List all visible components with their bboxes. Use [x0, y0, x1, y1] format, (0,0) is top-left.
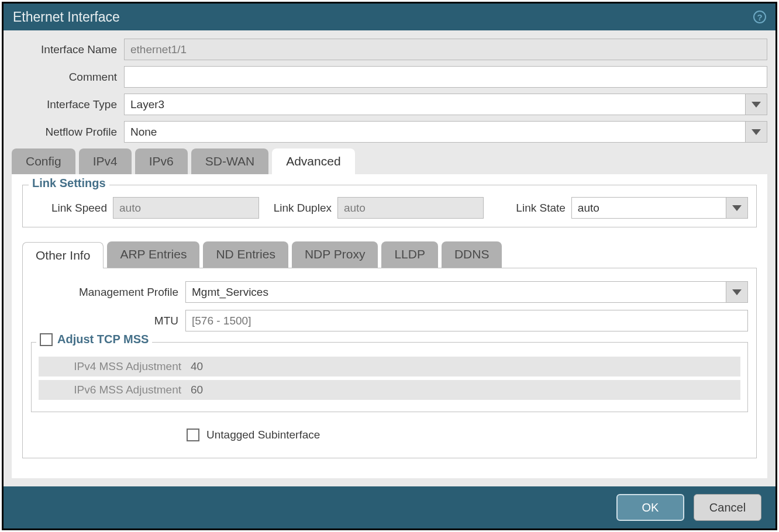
ethernet-interface-dialog: Ethernet Interface ? Interface Name Comm… — [2, 2, 777, 530]
subtab-ddns[interactable]: DDNS — [442, 241, 502, 268]
comment-input[interactable] — [124, 66, 767, 88]
svg-marker-0 — [752, 102, 761, 108]
chevron-down-icon[interactable] — [726, 197, 748, 219]
subtab-ndp-proxy[interactable]: NDP Proxy — [292, 241, 378, 268]
management-profile-select[interactable] — [185, 281, 748, 303]
interface-type-value[interactable] — [124, 94, 745, 115]
label-management-profile: Management Profile — [31, 286, 178, 299]
row-management-profile: Management Profile — [31, 281, 748, 303]
link-duplex-input — [337, 197, 484, 219]
label-adjust-tcp-mss: Adjust TCP MSS — [57, 333, 149, 346]
top-fields: Interface Name Comment Interface Type Ne… — [4, 30, 775, 148]
label-comment: Comment — [12, 71, 117, 84]
label-link-state: Link State — [516, 202, 566, 215]
label-interface-name: Interface Name — [12, 43, 117, 56]
dialog-body: Interface Name Comment Interface Type Ne… — [4, 30, 775, 486]
value-ipv6-mss: 60 — [188, 384, 737, 396]
chevron-down-icon[interactable] — [745, 94, 767, 115]
legend-link-settings: Link Settings — [29, 177, 109, 190]
row-ipv6-mss: IPv6 MSS Adjustment 60 — [39, 380, 740, 400]
tab-sdwan[interactable]: SD-WAN — [191, 148, 268, 174]
label-ipv4-mss: IPv4 MSS Adjustment — [42, 360, 181, 373]
tab-config[interactable]: Config — [12, 148, 75, 174]
row-untagged-subinterface: Untagged Subinterface — [187, 429, 748, 441]
dialog-footer: OK Cancel — [4, 486, 775, 528]
chevron-down-icon[interactable] — [745, 121, 767, 143]
label-link-speed: Link Speed — [31, 202, 107, 215]
label-mtu: MTU — [31, 315, 178, 327]
cancel-button[interactable]: Cancel — [694, 494, 761, 521]
link-state-select[interactable] — [571, 197, 748, 219]
label-netflow-profile: Netflow Profile — [12, 126, 117, 139]
fieldset-adjust-tcp-mss: Adjust TCP MSS IPv4 MSS Adjustment 40 IP… — [31, 342, 748, 412]
row-interface-name: Interface Name — [12, 39, 767, 60]
svg-marker-1 — [752, 129, 761, 135]
link-settings-row: Link Speed Link Duplex Link State — [31, 197, 748, 219]
link-state-group: Link State — [516, 197, 748, 219]
ok-button[interactable]: OK — [616, 494, 684, 521]
subtab-other-info[interactable]: Other Info — [22, 242, 104, 268]
row-interface-type: Interface Type — [12, 94, 767, 115]
label-ipv6-mss: IPv6 MSS Adjustment — [42, 384, 181, 396]
untagged-subinterface-checkbox[interactable] — [187, 429, 199, 441]
dialog-titlebar: Ethernet Interface ? — [4, 4, 775, 30]
link-speed-input — [113, 197, 259, 219]
svg-marker-2 — [732, 205, 742, 211]
subtab-arp-entries[interactable]: ARP Entries — [107, 241, 199, 268]
subtab-nd-entries[interactable]: ND Entries — [203, 241, 288, 268]
main-tabs: Config IPv4 IPv6 SD-WAN Advanced — [4, 148, 775, 174]
row-comment: Comment — [12, 66, 767, 88]
subtab-content-other-info: Management Profile MTU Adjust — [22, 268, 757, 458]
adjust-tcp-mss-checkbox[interactable] — [40, 333, 53, 346]
tab-advanced[interactable]: Advanced — [272, 148, 354, 174]
management-profile-value[interactable] — [185, 281, 726, 303]
value-ipv4-mss: 40 — [188, 360, 737, 373]
interface-name-input — [124, 39, 767, 60]
label-untagged-subinterface: Untagged Subinterface — [206, 429, 320, 441]
link-duplex-group: Link Duplex — [274, 197, 506, 219]
dialog-title: Ethernet Interface — [13, 9, 120, 25]
row-ipv4-mss: IPv4 MSS Adjustment 40 — [39, 357, 740, 376]
link-state-value[interactable] — [571, 197, 726, 219]
label-interface-type: Interface Type — [12, 98, 117, 111]
interface-type-select[interactable] — [124, 94, 767, 115]
row-mtu: MTU — [31, 310, 748, 331]
netflow-profile-select[interactable] — [124, 121, 767, 143]
legend-adjust-tcp-mss: Adjust TCP MSS — [36, 333, 152, 346]
mtu-input[interactable] — [185, 310, 748, 331]
svg-marker-3 — [732, 289, 742, 295]
tab-ipv4[interactable]: IPv4 — [79, 148, 132, 174]
row-netflow-profile: Netflow Profile — [12, 121, 767, 143]
netflow-profile-value[interactable] — [124, 121, 745, 143]
chevron-down-icon[interactable] — [726, 281, 748, 303]
tab-content-advanced: Link Settings Link Speed Link Duplex Lin… — [12, 174, 767, 478]
fieldset-link-settings: Link Settings Link Speed Link Duplex Lin… — [22, 185, 757, 227]
help-icon[interactable]: ? — [753, 11, 766, 23]
label-link-duplex: Link Duplex — [274, 202, 332, 215]
link-speed-group: Link Speed — [31, 197, 263, 219]
tab-ipv6[interactable]: IPv6 — [135, 148, 188, 174]
sub-tabs: Other Info ARP Entries ND Entries NDP Pr… — [22, 241, 757, 268]
subtab-lldp[interactable]: LLDP — [381, 241, 438, 268]
